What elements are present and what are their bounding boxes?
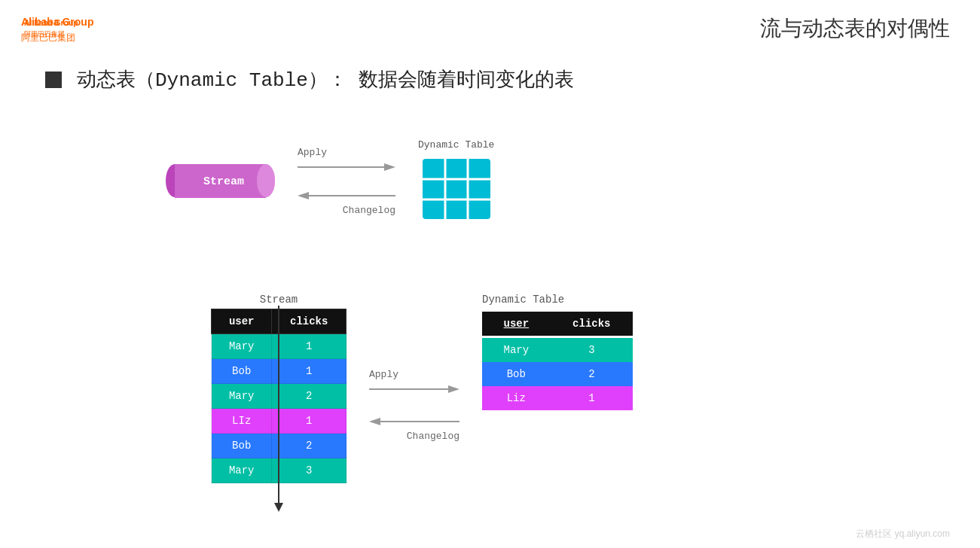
cell-user: Mary: [482, 337, 551, 363]
top-arrows: Apply Changelog: [298, 147, 395, 216]
svg-text:Stream: Stream: [203, 175, 244, 188]
apply-arrow-group: Apply: [369, 369, 459, 396]
cell-user: Bob: [212, 359, 272, 384]
cell-clicks: 3: [551, 337, 633, 363]
result-col-user: user: [482, 312, 551, 337]
cell-clicks: 2: [551, 362, 633, 386]
bottom-changelog-label: Changelog: [407, 431, 459, 442]
arrow-left-top: [298, 188, 395, 203]
stream-col-clicks: clicks: [272, 309, 347, 334]
alibaba-logo-area: Alibaba Group 阿里巴巴集团: [21, 9, 119, 54]
svg-text:阿里巴巴集团: 阿里巴巴集团: [21, 32, 75, 43]
dt-label-top: Dynamic Table: [418, 139, 494, 151]
header: Alibaba Group 阿里巴巴集团 流与动态表的对偶性: [0, 0, 980, 44]
cell-clicks: 2: [272, 434, 347, 458]
result-col-clicks: clicks: [551, 312, 633, 337]
top-diagram: Stream Apply Changelog Dynamic Table: [166, 139, 494, 223]
svg-marker-18: [448, 385, 459, 393]
cell-user: LIz: [212, 409, 272, 434]
cell-clicks: 1: [272, 409, 347, 434]
bottom-section: Stream user clicks Mary 1: [211, 294, 633, 483]
cell-user: Bob: [212, 434, 272, 458]
watermark: 云栖社区 yq.aliyun.com: [856, 528, 950, 540]
result-table: user clicks Mary 3 Bob 2 Liz 1: [482, 312, 633, 410]
bottom-arrow-right: [369, 382, 459, 396]
dynamic-table-icon: [419, 155, 494, 223]
alibaba-logo-svg: Alibaba Group 阿里巴巴集团: [21, 9, 119, 50]
cell-user: Mary: [212, 334, 272, 359]
svg-point-6: [257, 164, 275, 197]
apply-label: Apply: [298, 147, 327, 158]
svg-marker-20: [369, 418, 380, 425]
cell-clicks: 1: [272, 359, 347, 384]
heading-bullet: [45, 72, 62, 88]
bottom-arrows: Apply Changelog: [369, 369, 459, 442]
main-heading: 动态表（Dynamic Table）： 数据会随着时间变化的表: [0, 44, 980, 108]
changelog-label: Changelog: [343, 205, 395, 216]
table-row: Mary 3: [482, 337, 633, 363]
arrow-right-top: [298, 160, 395, 175]
cell-user: Mary: [212, 384, 272, 409]
stream-arrow-down: [274, 503, 283, 512]
top-dynamic-table: Dynamic Table: [418, 139, 494, 223]
stream-section-label: Stream: [260, 294, 298, 306]
cell-user: Liz: [482, 386, 551, 410]
heading-text: 动态表（Dynamic Table）： 数据会随着时间变化的表: [77, 66, 574, 93]
bottom-arrow-left: [369, 415, 459, 428]
svg-rect-12: [423, 159, 490, 219]
right-dt-section: Dynamic Table user clicks Mary 3 Bob 2 L…: [482, 294, 633, 410]
stream-cylinder: Stream: [166, 153, 275, 209]
stream-section: Stream user clicks Mary 1: [211, 294, 347, 483]
stream-col-user: user: [212, 309, 272, 334]
table-row: Bob 2: [482, 362, 633, 386]
dt-label-bottom: Dynamic Table: [482, 294, 564, 306]
page-title: 流与动态表的对偶性: [760, 14, 950, 43]
table-row: Liz 1: [482, 386, 633, 410]
cell-clicks: 1: [272, 334, 347, 359]
svg-text:Alibaba Group: Alibaba Group: [21, 16, 93, 28]
cell-user: Bob: [482, 362, 551, 386]
svg-marker-9: [384, 163, 395, 171]
cell-user: Mary: [212, 458, 272, 483]
stream-vertical-line: [278, 306, 279, 506]
cell-clicks: 2: [272, 384, 347, 409]
cell-clicks: 1: [551, 386, 633, 410]
bottom-apply-label: Apply: [369, 369, 398, 380]
svg-marker-11: [298, 192, 309, 199]
stream-table-container: user clicks Mary 1 Bob 1 Mary 2: [211, 309, 347, 483]
changelog-arrow-group: Changelog: [369, 415, 459, 442]
cell-clicks: 3: [272, 458, 347, 483]
